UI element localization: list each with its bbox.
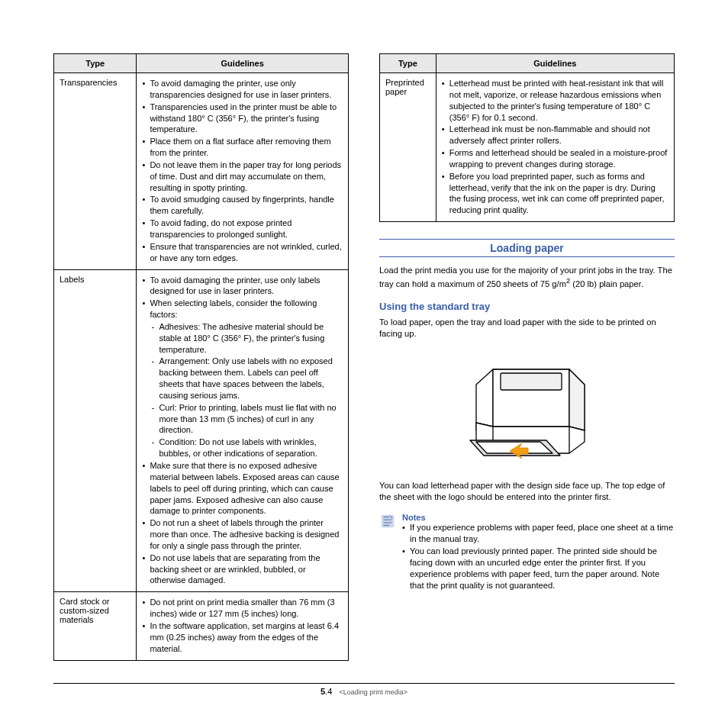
table-row: Preprinted paper Letterhead must be prin… — [380, 73, 675, 222]
th-guidelines: Guidelines — [137, 54, 349, 73]
printer-illustration-icon — [447, 350, 607, 472]
subsection-text: To load paper, open the tray and load pa… — [379, 317, 675, 340]
type-cell: Preprinted paper — [380, 73, 436, 222]
after-image-text: You can load letterhead paper with the d… — [379, 480, 675, 503]
guidelines-cell: Letterhead must be printed with heat-res… — [436, 73, 674, 222]
page-footer: 5.4 <Loading print media> — [53, 683, 675, 696]
th-type: Type — [380, 54, 436, 73]
type-cell: Labels — [54, 269, 137, 592]
left-column: Type Guidelines Transparencies To avoid … — [53, 53, 349, 661]
guidelines-cell: To avoid damaging the printer, use only … — [137, 73, 349, 270]
note-item: If you experience problems with paper fe… — [402, 522, 675, 545]
table-row: Card stock or custom-sized materials Do … — [54, 592, 349, 660]
notes-title: Notes — [402, 513, 675, 522]
guidelines-cell: To avoid damaging the printer, use only … — [137, 269, 349, 592]
notes-icon — [379, 513, 396, 530]
th-guidelines: Guidelines — [436, 54, 674, 73]
guidelines-cell: Do not print on print media smaller than… — [137, 592, 349, 660]
guidelines-table-right: Type Guidelines Preprinted paper Letterh… — [379, 53, 675, 222]
th-type: Type — [54, 54, 137, 73]
section-intro: Load the print media you use for the maj… — [379, 265, 675, 290]
notes-block: Notes If you experience problems with pa… — [379, 513, 675, 593]
guidelines-table-left: Type Guidelines Transparencies To avoid … — [53, 53, 349, 661]
table-row: Transparencies To avoid damaging the pri… — [54, 73, 349, 270]
note-item: You can load previously printed paper. T… — [402, 546, 675, 591]
right-column: Type Guidelines Preprinted paper Letterh… — [379, 53, 675, 661]
subsection-title: Using the standard tray — [379, 301, 675, 312]
type-cell: Transparencies — [54, 73, 137, 270]
section-title: Loading paper — [379, 239, 675, 257]
svg-rect-0 — [501, 373, 562, 390]
type-cell: Card stock or custom-sized materials — [54, 592, 137, 660]
table-row: Labels To avoid damaging the printer, us… — [54, 269, 349, 592]
